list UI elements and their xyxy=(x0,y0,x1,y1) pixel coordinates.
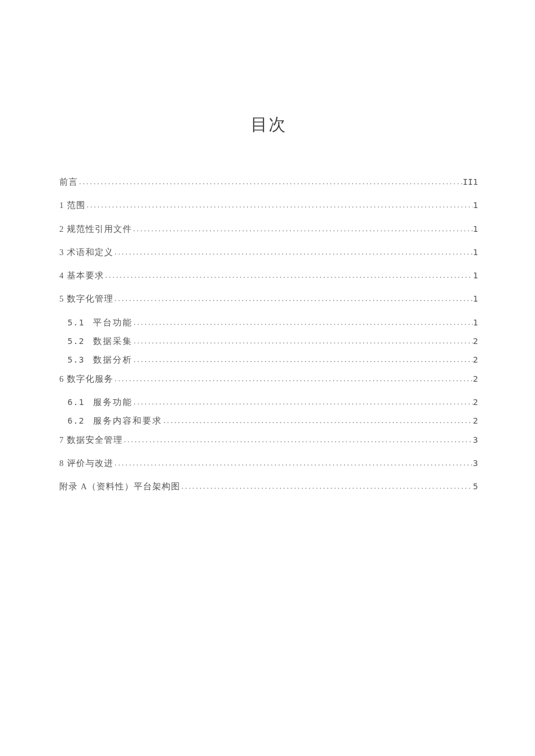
toc-entry-label: 7 数据安全管理 xyxy=(59,434,123,446)
toc-entry: 8 评价与改进3 xyxy=(59,457,478,469)
toc-leader-dots xyxy=(78,177,463,187)
toc-entry-page: 2 xyxy=(473,354,478,366)
toc-leader-dots xyxy=(113,374,473,384)
toc-entry-page: 3 xyxy=(473,434,478,446)
toc-entry: 6.2服务内容和要求2 xyxy=(59,415,478,427)
toc-entry-label: 6 数字化服务 xyxy=(59,373,113,385)
toc-entry-page: 2 xyxy=(473,415,478,427)
toc-leader-dots xyxy=(133,317,473,328)
toc-entry-number: 6.1 xyxy=(67,396,93,408)
toc-entry: 6.1服务功能2 xyxy=(59,396,478,408)
toc-entry: 5.3数据分析2 xyxy=(59,354,478,366)
toc-entry: 4 基本要求1 xyxy=(59,270,478,281)
toc-entry-number: 6.2 xyxy=(67,415,93,427)
toc-leader-dots xyxy=(113,293,473,304)
toc-entry: 1 范围1 xyxy=(59,199,478,211)
toc-leader-dots xyxy=(133,336,473,346)
toc-entry-page: 1 xyxy=(473,270,478,281)
toc-entry-page: 1 xyxy=(473,293,478,304)
toc-entry-page: 2 xyxy=(473,373,478,385)
toc-entry-label: 6.1服务功能 xyxy=(67,396,133,408)
toc-entry-page: 1 xyxy=(473,223,478,235)
toc-entry-page: 1 xyxy=(473,246,478,258)
toc-entry-page: 5 xyxy=(473,481,478,492)
toc-entry-page: 2 xyxy=(473,335,478,347)
toc-entry-page: 2 xyxy=(473,396,478,408)
toc-entry: 7 数据安全管理3 xyxy=(59,434,478,446)
toc-leader-dots xyxy=(132,224,473,234)
toc-leader-dots xyxy=(133,354,473,365)
toc-entry: 2 规范性引用文件1 xyxy=(59,223,478,235)
toc-entry-number: 5.2 xyxy=(67,335,93,347)
toc-entry: 5 数字化管理1 xyxy=(59,293,478,304)
toc-leader-dots xyxy=(113,247,473,257)
toc-entry-label: 1 范围 xyxy=(59,199,85,211)
toc-leader-dots xyxy=(85,200,473,210)
table-of-contents: 前言II11 范围12 规范性引用文件13 术语和定义14 基本要求15 数字化… xyxy=(59,176,478,492)
toc-entry: 5.2数据采集2 xyxy=(59,335,478,347)
toc-entry: 附录 A（资料性）平台架构图5 xyxy=(59,481,478,492)
toc-entry-page: 1 xyxy=(473,317,478,328)
toc-entry: 5.1平台功能1 xyxy=(59,317,478,328)
toc-leader-dots xyxy=(113,458,473,468)
toc-entry-number: 5.1 xyxy=(67,317,93,328)
toc-entry: 3 术语和定义1 xyxy=(59,246,478,258)
toc-entry-label: 5.2数据采集 xyxy=(67,335,133,347)
toc-leader-dots xyxy=(133,397,473,407)
toc-leader-dots xyxy=(104,270,473,281)
toc-entry-label: 8 评价与改进 xyxy=(59,457,113,469)
toc-entry: 6 数字化服务2 xyxy=(59,373,478,385)
toc-title: 目次 xyxy=(59,113,478,137)
toc-entry-page: 3 xyxy=(473,457,478,469)
document-page: 目次 前言II11 范围12 规范性引用文件13 术语和定义14 基本要求15 … xyxy=(0,0,535,492)
toc-entry-number: 5.3 xyxy=(67,354,93,366)
toc-entry-page: II1 xyxy=(463,176,478,188)
toc-entry-label: 4 基本要求 xyxy=(59,270,104,281)
toc-entry-label: 5.1平台功能 xyxy=(67,317,133,328)
toc-entry-label: 前言 xyxy=(59,176,78,188)
toc-entry-label: 3 术语和定义 xyxy=(59,246,113,258)
toc-entry-page: 1 xyxy=(473,199,478,211)
toc-entry: 前言II1 xyxy=(59,176,478,188)
toc-leader-dots xyxy=(162,415,473,426)
toc-entry-label: 附录 A（资料性）平台架构图 xyxy=(59,481,180,492)
toc-entry-label: 5.3数据分析 xyxy=(67,354,133,366)
toc-leader-dots xyxy=(180,481,473,492)
toc-entry-label: 2 规范性引用文件 xyxy=(59,223,132,235)
toc-entry-label: 6.2服务内容和要求 xyxy=(67,415,162,427)
toc-leader-dots xyxy=(123,435,473,445)
toc-entry-label: 5 数字化管理 xyxy=(59,293,113,304)
